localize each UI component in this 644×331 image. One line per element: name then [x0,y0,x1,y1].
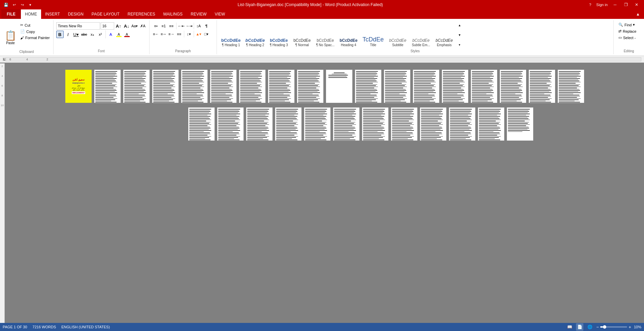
ruler-left-btn[interactable]: L [3,58,6,61]
zoom-in-btn[interactable]: + [629,325,631,330]
page-thumb-4[interactable] [152,69,179,103]
file-menu-tab[interactable]: FILE [1,9,21,19]
customize-quick-btn[interactable]: ▾ [27,1,34,8]
clear-formatting-button[interactable]: ✗A [139,22,147,30]
page-thumb-3[interactable] [123,69,150,103]
subscript-button[interactable]: x₂ [89,31,96,38]
close-btn[interactable]: ✕ [632,1,641,8]
style-normal[interactable]: bCcDdEe ¶ Normal [291,37,313,48]
cut-button[interactable]: ✂ Cut [19,22,51,28]
save-quick-btn[interactable]: 💾 [3,1,9,8]
underline-button[interactable]: U▾ [72,31,80,38]
style-heading4[interactable]: bCcDdEe Heading 4 [337,37,359,48]
page-thumb-11[interactable] [355,69,382,103]
align-left-button[interactable]: ≡← [152,30,160,38]
page-thumb-6[interactable] [210,69,237,103]
format-painter-button[interactable]: 🖌 Format Painter [19,35,51,40]
borders-button[interactable]: □▾ [203,30,210,38]
styles-scroll-down[interactable]: ▼ [456,31,463,39]
page-layout-tab[interactable]: PAGE LAYOUT [88,9,124,19]
references-tab[interactable]: REFERENCES [124,9,159,19]
text-effects-button[interactable]: A [107,31,115,38]
page-thumb-25[interactable] [362,107,389,141]
print-layout-btn[interactable]: 📄 [576,323,583,331]
page-thumb-1[interactable]: تحقیق آنلاین tahghighonline.ir فایلپروژه… [65,69,92,103]
paste-button[interactable]: 📋 Paste [2,22,19,53]
page-thumb-28[interactable] [449,107,476,141]
center-button[interactable]: ≡↔ [160,30,167,38]
copy-button[interactable]: 📄 Copy [19,29,51,34]
page-thumb-21[interactable] [246,107,273,141]
home-tab[interactable]: HOME [21,9,41,19]
page-thumb-2[interactable] [94,69,121,103]
page-thumb-9[interactable] [297,69,324,103]
page-thumb-17[interactable] [528,69,555,103]
text-highlight-button[interactable]: A [115,31,123,38]
style-nospace[interactable]: bCcDdEe ¶ No Spac... [314,37,336,48]
align-right-button[interactable]: ≡→ [168,30,175,38]
select-button[interactable]: ▭ Select - [616,34,638,41]
show-hide-button[interactable]: ¶ [203,22,210,30]
style-subtle-emphasis[interactable]: bCcDdEe Subtle Em... [410,37,432,48]
font-size-input[interactable] [101,22,114,30]
page-thumb-22[interactable] [275,107,302,141]
page-thumb-27[interactable] [420,107,447,141]
page-thumb-5[interactable] [181,69,208,103]
decrease-indent-button[interactable]: ←⇤ [178,22,185,30]
page-thumb-19[interactable] [188,107,215,141]
restore-btn[interactable]: ❐ [621,1,631,8]
read-mode-btn[interactable]: 📖 [566,323,573,331]
sign-in-link[interactable]: Sign in [596,3,608,7]
page-thumb-29[interactable] [478,107,505,141]
view-tab[interactable]: VIEW [211,9,229,19]
sort-button[interactable]: ↕A [195,22,202,30]
shading-button[interactable]: ▲▾ [195,30,202,38]
redo-quick-btn[interactable]: ↪ [19,1,26,8]
font-name-input[interactable] [56,22,100,30]
minimize-btn[interactable]: ─ [610,1,620,8]
replace-button[interactable]: ⇄ Replace [616,28,638,34]
multilevel-button[interactable]: ≡≡ [168,22,175,30]
page-thumb-20[interactable] [217,107,244,141]
design-tab[interactable]: DESIGN [64,9,88,19]
zoom-slider[interactable]: − + [596,325,631,330]
page-thumb-26[interactable] [391,107,418,141]
review-tab[interactable]: REVIEW [187,9,211,19]
italic-button[interactable]: I [64,31,72,38]
page-thumb-15[interactable] [471,69,497,103]
page-thumb-12[interactable] [384,69,411,103]
style-emphasis[interactable]: bCcDdEe Emphasis [433,37,455,48]
font-color-button[interactable]: A [123,31,131,38]
style-title[interactable]: TcDdEe Title [361,35,385,48]
find-button[interactable]: 🔍 Find ▾ [616,22,637,28]
page-thumb-13[interactable] [413,69,440,103]
styles-scroll-up[interactable]: ▲ [456,22,463,29]
document-area[interactable]: 2 4 6 8 10 تحقیق آنلاین tahghighonline.i… [0,63,644,323]
ribbon-collapse-btn[interactable]: ▲ [636,9,643,19]
undo-quick-btn[interactable]: ↩ [11,1,18,8]
line-spacing-button[interactable]: ↕▾ [185,30,193,38]
page-thumb-10[interactable] [326,69,353,103]
web-layout-btn[interactable]: 🌐 [586,323,593,331]
superscript-button[interactable]: x² [97,31,104,38]
page-thumb-7[interactable] [239,69,266,103]
styles-expand[interactable]: ▾ [456,41,463,49]
justify-button[interactable]: ≡≡ [175,30,183,38]
page-thumb-30[interactable] [507,107,534,141]
page-thumb-16[interactable] [500,69,526,103]
page-thumb-24[interactable] [333,107,360,141]
page-thumb-23[interactable] [304,107,331,141]
strikethrough-button[interactable]: abc [80,31,88,38]
style-heading3[interactable]: bCcDdEe ¶ Heading 3 [268,37,290,48]
page-thumb-8[interactable] [268,69,295,103]
style-subtitle[interactable]: bCcDdEe Subtitle [387,37,409,48]
insert-tab[interactable]: INSERT [41,9,64,19]
grow-font-button[interactable]: A↑ [115,22,122,30]
mailings-tab[interactable]: MAILINGS [159,9,187,19]
increase-indent-button[interactable]: →⇥ [185,22,193,30]
bold-button[interactable]: B [56,31,64,38]
style-heading2[interactable]: bCcDdEe ¶ Heading 2 [244,37,267,48]
shrink-font-button[interactable]: A↓ [123,22,130,30]
change-case-button[interactable]: Aa▾ [131,22,138,30]
help-btn[interactable]: ? [587,1,593,8]
